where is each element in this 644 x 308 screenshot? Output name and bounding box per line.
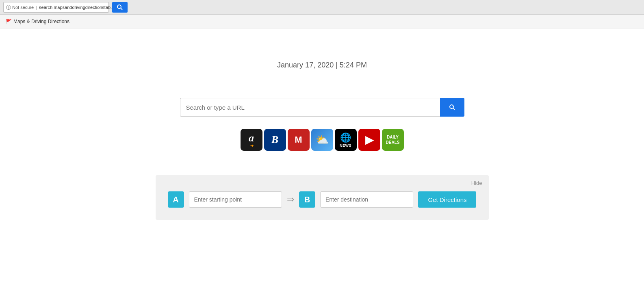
label-b: B xyxy=(299,191,315,208)
youtube-play: ▶ xyxy=(365,134,373,146)
browser-search-button[interactable] xyxy=(112,2,128,13)
weather-icon: ⛅ xyxy=(316,134,329,146)
amazon-arrow: ➜ xyxy=(250,143,253,148)
start-point-input[interactable] xyxy=(189,191,282,208)
gmail-label: M xyxy=(295,134,302,145)
deals-label-1: DAILY xyxy=(387,134,399,140)
svg-point-0 xyxy=(117,5,121,9)
address-bar: ℹ Not secure | search.mapsanddrivingdire… xyxy=(3,2,109,13)
destination-input[interactable] xyxy=(320,191,413,208)
svg-point-2 xyxy=(450,105,453,108)
search-icon xyxy=(116,4,124,11)
security-label: Not secure xyxy=(12,5,34,10)
quick-link-booking[interactable]: B xyxy=(264,129,286,151)
svg-line-3 xyxy=(453,108,454,110)
news-label: NEWS xyxy=(340,143,351,147)
hide-button[interactable]: Hide xyxy=(471,180,482,186)
search-button[interactable] xyxy=(440,98,464,117)
arrow-icon: ⇒ xyxy=(287,194,294,205)
bookmarks-bar: 🚩 Maps & Driving Directions xyxy=(0,15,644,28)
news-globe: 🌐 xyxy=(340,132,351,143)
get-directions-button[interactable]: Get Directions xyxy=(418,191,476,208)
security-indicator: ℹ Not secure xyxy=(6,5,34,10)
quick-link-deals[interactable]: DAILY DEALS xyxy=(382,129,404,151)
directions-form: A ⇒ B Get Directions xyxy=(168,191,477,208)
bookmark-label: Maps & Driving Directions xyxy=(13,19,69,24)
search-input[interactable] xyxy=(180,98,440,117)
directions-box: Hide A ⇒ B Get Directions xyxy=(156,175,489,220)
svg-line-1 xyxy=(121,8,122,9)
quick-link-gmail[interactable]: M xyxy=(288,129,310,151)
lock-icon: ℹ xyxy=(6,5,11,10)
search-bar-container xyxy=(180,98,464,117)
quick-link-weather[interactable]: ⛅ xyxy=(311,129,333,151)
quick-link-news[interactable]: 🌐 NEWS xyxy=(335,129,357,151)
deals-label-2: DEALS xyxy=(386,140,400,145)
quick-link-youtube[interactable]: ▶ xyxy=(358,129,380,151)
booking-label: B xyxy=(271,134,278,146)
quick-links: a ➜ B M ⛅ 🌐 NEWS ▶ DAILY DEALS xyxy=(241,129,404,151)
separator: | xyxy=(36,5,37,10)
main-content: January 17, 2020 | 5:24 PM a ➜ B M ⛅ xyxy=(0,28,644,220)
amazon-a-label: a xyxy=(249,133,254,143)
label-a: A xyxy=(168,191,184,208)
bookmark-maps[interactable]: 🚩 Maps & Driving Directions xyxy=(3,18,72,25)
url-text[interactable]: search.mapsanddrivingdirectionstab.com xyxy=(39,5,120,10)
datetime-display: January 17, 2020 | 5:24 PM xyxy=(277,61,367,69)
quick-link-amazon[interactable]: a ➜ xyxy=(241,129,262,151)
search-icon xyxy=(449,104,456,111)
bookmark-icon: 🚩 xyxy=(6,19,12,24)
browser-bar: ℹ Not secure | search.mapsanddrivingdire… xyxy=(0,0,644,15)
